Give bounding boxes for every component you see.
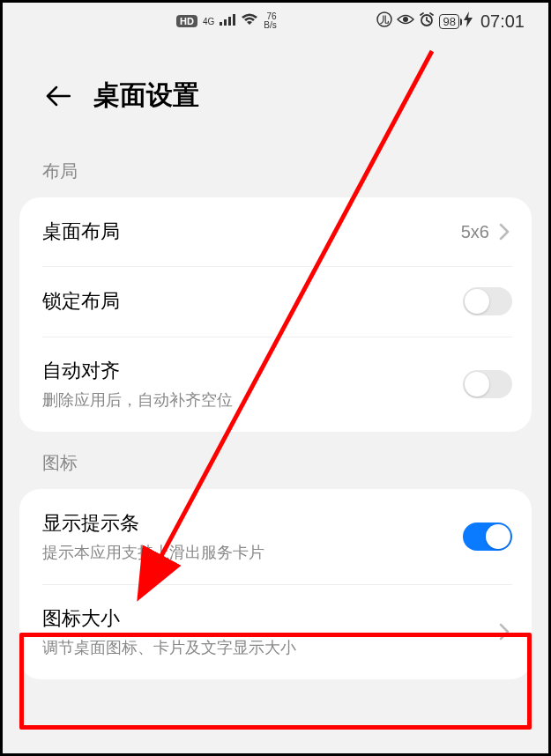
row-desktop-layout[interactable]: 桌面布局 5x6	[19, 197, 532, 266]
page-title: 桌面设置	[93, 78, 199, 114]
row-value: 5x6	[461, 222, 489, 242]
row-title: 锁定布局	[42, 288, 120, 315]
alarm-icon	[419, 11, 435, 31]
row-title: 桌面布局	[42, 219, 120, 245]
card-icons: 显示提示条 提示本应用支持上滑出服务卡片 图标大小 调节桌面图标、卡片及文字显示…	[19, 489, 532, 679]
svg-text:儿: 儿	[379, 15, 390, 25]
toggle-show-hint-bar[interactable]	[463, 523, 512, 551]
row-title: 图标大小	[42, 605, 296, 632]
nfc-icon: 儿	[376, 11, 392, 31]
network-type: 4G	[203, 17, 214, 26]
row-subtitle: 删除应用后，自动补齐空位	[42, 389, 233, 411]
row-auto-align[interactable]: 自动对齐 删除应用后，自动补齐空位	[19, 337, 532, 432]
status-left-group: HD 4G 76 B/s	[176, 12, 277, 30]
row-lock-layout[interactable]: 锁定布局	[19, 266, 532, 337]
svg-rect-2	[228, 17, 231, 26]
status-bar: HD 4G 76 B/s 儿 98 07:01	[0, 0, 551, 42]
svg-point-6	[403, 17, 408, 22]
network-speed: 76 B/s	[264, 12, 276, 30]
signal-icon	[220, 13, 235, 29]
row-show-hint-bar[interactable]: 显示提示条 提示本应用支持上滑出服务卡片	[19, 489, 532, 584]
card-layout: 桌面布局 5x6 锁定布局 自动对齐 删除应用后，自动补齐空位	[19, 197, 532, 432]
wifi-icon	[241, 13, 258, 29]
svg-rect-1	[224, 19, 227, 26]
chevron-right-icon	[496, 619, 512, 644]
section-label-layout: 布局	[0, 140, 551, 197]
section-label-icons: 图标	[0, 432, 551, 489]
clock: 07:01	[480, 11, 525, 32]
chevron-right-icon	[496, 219, 512, 244]
eye-icon	[397, 13, 414, 29]
charging-icon	[464, 11, 473, 31]
toggle-lock-layout[interactable]	[463, 287, 512, 315]
row-subtitle: 调节桌面图标、卡片及文字显示大小	[42, 637, 296, 658]
hd-icon: HD	[176, 15, 197, 27]
svg-rect-0	[220, 22, 222, 26]
back-button[interactable]	[44, 82, 72, 110]
row-subtitle: 提示本应用支持上滑出服务卡片	[42, 542, 264, 563]
row-title: 显示提示条	[42, 510, 264, 537]
battery-icon: 98	[439, 14, 458, 29]
toggle-auto-align[interactable]	[463, 370, 512, 398]
status-right-group: 儿 98 07:01	[376, 11, 525, 32]
row-icon-size[interactable]: 图标大小 调节桌面图标、卡片及文字显示大小	[19, 584, 532, 679]
row-title: 自动对齐	[42, 358, 233, 384]
header: 桌面设置	[0, 42, 551, 140]
svg-rect-3	[233, 14, 235, 26]
